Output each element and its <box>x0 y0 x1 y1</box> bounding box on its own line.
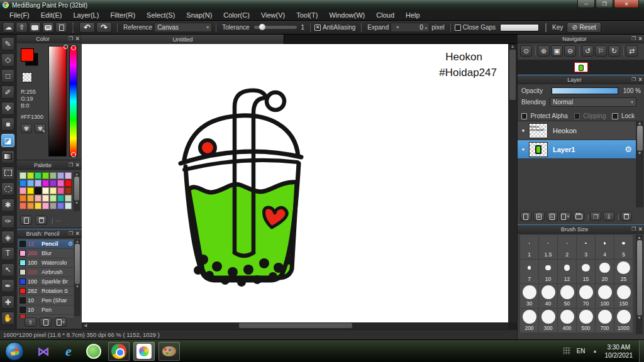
memo-button[interactable] <box>55 22 67 33</box>
brush-item-sparkle-br[interactable]: 100Sparkle Br <box>18 277 74 287</box>
scroll-thumb[interactable] <box>75 244 80 284</box>
palette-swatch-34[interactable] <box>65 202 72 209</box>
foreground-color-swatch[interactable] <box>21 48 34 62</box>
brush-size-3[interactable]: 3 <box>577 235 596 260</box>
palette-swatch-28[interactable] <box>19 202 26 209</box>
layer-scrollbar[interactable]: ▲▼ <box>636 121 643 207</box>
medibang-taskbar-icon[interactable] <box>133 342 155 361</box>
brush-size-50[interactable]: 50 <box>558 284 577 309</box>
popout-icon[interactable]: ❐ <box>631 77 636 82</box>
touch-keyboard-icon[interactable] <box>564 348 570 354</box>
lock-checkbox[interactable] <box>612 113 618 119</box>
scroll-up-icon[interactable]: ▲ <box>638 121 642 125</box>
brush-size-1[interactable]: 1 <box>520 235 539 260</box>
brush-size-2[interactable]: 2 <box>558 235 577 260</box>
antialiasing-checkbox[interactable]: ✕ <box>314 25 321 31</box>
brush-item-blur[interactable]: 200Blur <box>18 249 74 258</box>
select-all-tool[interactable]: ■ <box>1 118 14 131</box>
coccoc-taskbar-icon[interactable] <box>83 342 104 361</box>
palette-swatch-16[interactable] <box>35 187 42 194</box>
palette-swatch-19[interactable] <box>57 187 64 194</box>
zoom-in-button[interactable]: ⊕ <box>538 45 550 57</box>
scroll-thumb[interactable] <box>637 126 643 151</box>
menu-snap[interactable]: Snap(N) <box>180 10 218 21</box>
palette-swatch-21[interactable] <box>19 195 26 202</box>
close-icon[interactable]: × <box>638 226 642 233</box>
menu-view[interactable]: View(V) <box>255 10 291 21</box>
add-color-button[interactable] <box>20 216 32 225</box>
close-icon[interactable]: × <box>638 76 642 83</box>
brush-item-pencil[interactable]: 12Pencil⚙ <box>18 239 74 249</box>
expand-input[interactable]: ▾0▴ <box>391 23 430 32</box>
eyedropper-tool[interactable]: ✒ <box>1 279 14 292</box>
menu-filter[interactable]: Filter(R) <box>104 10 141 21</box>
brush-size-300[interactable]: 300 <box>539 309 558 333</box>
brush-size-20[interactable]: 20 <box>596 260 614 284</box>
upload-brush-button[interactable]: ⇧ <box>25 317 36 327</box>
brush-size-500[interactable]: 500 <box>577 309 596 333</box>
cloud-button[interactable]: ☁ <box>3 22 14 33</box>
palette-swatch-26[interactable] <box>57 195 64 202</box>
scroll-down-icon[interactable]: ▼ <box>75 285 79 288</box>
maximize-button[interactable]: ❐ <box>596 0 613 8</box>
show-desktop-button[interactable] <box>639 340 644 362</box>
palette-swatch-9[interactable] <box>35 180 42 187</box>
scroll-up-icon[interactable]: ▲ <box>75 239 79 243</box>
gear-icon[interactable]: ⚙ <box>68 241 73 247</box>
brush-item-pen[interactable]: 10Pen <box>18 305 74 315</box>
blending-select[interactable]: Normal▾ <box>550 97 636 107</box>
menu-color[interactable]: Color(C) <box>218 10 255 21</box>
menu-layer[interactable]: Layer(L) <box>67 10 104 21</box>
slider-knob[interactable] <box>259 24 265 30</box>
delete-layer-button[interactable] <box>621 212 632 221</box>
popout-icon[interactable]: ❐ <box>631 36 636 41</box>
brush-size-5[interactable]: 5 <box>614 235 633 260</box>
bucket-tool[interactable]: ◪ <box>1 134 14 147</box>
menu-file[interactable]: File(F) <box>4 10 35 21</box>
scroll-up-icon[interactable]: ▲ <box>637 235 641 239</box>
layer-visibility-icon[interactable]: ● <box>518 146 529 152</box>
palette-swatch-11[interactable] <box>50 180 57 187</box>
layer-visibility-icon[interactable]: ● <box>518 128 529 133</box>
fit-window-button[interactable]: ▣ <box>551 45 563 57</box>
popout-icon[interactable]: ❐ <box>69 36 73 41</box>
reset-button[interactable]: ⊘Reset <box>567 22 601 33</box>
scroll-thumb[interactable] <box>637 240 642 315</box>
rotate-left-button[interactable]: ↺ <box>582 45 594 57</box>
brush-item-watercolo[interactable]: 100Watercolo <box>18 258 74 268</box>
palette-swatch-4[interactable] <box>50 172 57 179</box>
duplicate-layer-button[interactable]: ❐ <box>590 212 601 221</box>
brush-item-rotation-s[interactable]: 282Rotation S <box>18 287 74 296</box>
language-indicator[interactable]: EN <box>577 348 586 354</box>
palette-swatch-1[interactable] <box>27 172 34 179</box>
close-icon[interactable]: × <box>638 35 642 42</box>
start-button[interactable] <box>5 342 24 361</box>
layer-row-heokon[interactable]: ●Heokon #Hoidap247Heokon <box>518 121 636 140</box>
palette-swatch-7[interactable] <box>19 180 26 187</box>
add-folder-button[interactable] <box>573 212 584 221</box>
figure-tool[interactable]: □ <box>1 69 14 82</box>
select-eraser-tool[interactable]: ◈ <box>1 231 14 244</box>
brush-size-700[interactable]: 700 <box>596 309 614 333</box>
menu-tool[interactable]: Tool(T) <box>291 10 323 21</box>
brush-size-30[interactable]: 30 <box>520 284 539 309</box>
zoom-actual-button[interactable]: ⊙ <box>520 45 532 57</box>
canvas-vertical-scrollbar[interactable]: ▲ <box>508 44 517 322</box>
toolbar-handle[interactable] <box>72 23 75 33</box>
scroll-up-icon[interactable]: ▲ <box>75 172 79 176</box>
operation-tool[interactable]: ↖ <box>1 263 14 277</box>
palette-swatch-25[interactable] <box>50 195 57 202</box>
palette-swatch-20[interactable] <box>65 187 72 194</box>
palette-swatch-24[interactable] <box>42 195 49 202</box>
zoom-out-button[interactable]: ⊖ <box>564 45 576 57</box>
kmplayer-taskbar-icon[interactable]: ⋈ <box>33 342 54 361</box>
select-tool[interactable] <box>1 167 14 180</box>
palette-swatch-13[interactable] <box>65 180 72 187</box>
palette-swatch-27[interactable] <box>65 195 72 202</box>
brush-menu-button[interactable]: ▾ <box>55 317 67 327</box>
popout-icon[interactable]: ❐ <box>631 226 636 232</box>
navigator-preview[interactable] <box>518 60 644 74</box>
palette-swatch-12[interactable] <box>57 180 64 187</box>
popout-icon[interactable]: ❐ <box>69 162 73 168</box>
redo-button[interactable]: ↷ <box>96 22 112 33</box>
